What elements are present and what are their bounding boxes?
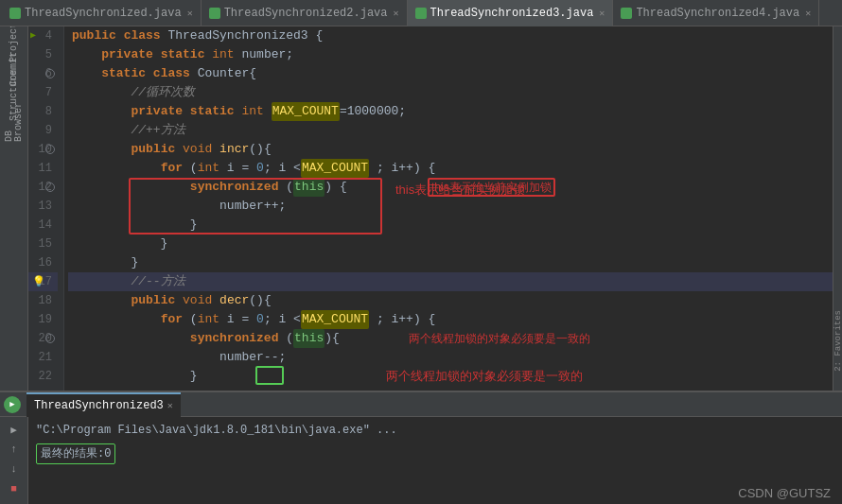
ln-4: ▶ 4	[28, 26, 58, 45]
annotation-box2-text: 两个线程加锁的对象必须要是一致的	[409, 329, 590, 348]
ln-20: 20	[28, 329, 58, 348]
result-line: 最终的结果:0	[36, 443, 702, 464]
code-line-11: for (int i = 0; i <MAX_COUNT ; i++) {	[68, 159, 833, 178]
tab-1-label: ThreadSynchronized.java	[25, 7, 182, 20]
tab-1-close[interactable]: ✕	[187, 8, 193, 19]
code-area[interactable]: public class ThreadSynchronized3 { priva…	[64, 26, 833, 391]
code-line-4: public class ThreadSynchronized3 {	[68, 26, 833, 45]
tab-3-icon	[415, 8, 427, 19]
watermark-area: CSDN @GUTSZ	[710, 417, 842, 504]
tab-4-label: ThreadSynchronized4.java	[636, 7, 799, 20]
ln-10: 10	[28, 140, 58, 159]
main-area: Project Commit Structure DB Browser ▶ 4 …	[0, 26, 842, 391]
tab-bar: ThreadSynchronized.java ✕ ThreadSynchron…	[0, 0, 842, 26]
ln-18: 18	[28, 291, 58, 310]
breakpoint-6	[45, 69, 55, 78]
ln-14: 14	[28, 216, 58, 235]
code-line-17: //--方法	[68, 272, 833, 291]
cmd-line: "C:\Program Files\Java\jdk1.8.0_181\bin\…	[36, 421, 702, 440]
run-tab-close[interactable]: ✕	[167, 400, 173, 411]
breakpoint-20	[45, 334, 55, 343]
warning-icon: 💡	[32, 272, 45, 291]
ln-22: 22	[28, 367, 58, 386]
run-tab-label: ThreadSynchronized3	[34, 399, 164, 412]
ln-13: 13	[28, 197, 58, 216]
ln-5: 5	[28, 45, 58, 64]
bottom-left-icons: ▶ ↑ ↓ ■	[0, 417, 28, 504]
tab-1[interactable]: ThreadSynchronized.java ✕	[2, 0, 202, 26]
code-line-19: for (int i = 0; i <MAX_COUNT ; i++) {	[68, 310, 833, 329]
result-box: 最终的结果:0	[36, 443, 115, 464]
ln-9: 9	[28, 121, 58, 140]
ln-16: 16	[28, 253, 58, 272]
breakpoint-12	[45, 182, 55, 192]
code-line-9: //++方法	[68, 121, 833, 140]
tab-4-icon	[621, 8, 632, 19]
tab-1-icon	[9, 8, 21, 19]
ln-8: 8	[28, 102, 58, 121]
bottom-panel: ▶ ThreadSynchronized3 ✕ ▶ ↑ ↓ ■ "C:\Prog…	[0, 391, 842, 504]
ln-19: 19	[28, 310, 58, 329]
bottom-content: ▶ ↑ ↓ ■ "C:\Program Files\Java\jdk1.8.0_…	[0, 417, 842, 504]
play-icon[interactable]: ▶	[6, 421, 23, 438]
code-line-8: private static int MAX_COUNT=1000000;	[68, 102, 833, 121]
code-line-16: }	[68, 253, 833, 272]
ln-12: 12	[28, 178, 58, 197]
run-arrow: ▶	[30, 26, 36, 45]
code-line-13: number++;	[68, 197, 833, 216]
left-sidebar: Project Commit Structure DB Browser	[0, 26, 28, 391]
code-line-5: private static int number;	[68, 45, 833, 64]
ln-21: 21	[28, 348, 58, 367]
line-numbers: ▶ 4 5 6 7 8 9 10 11 12	[28, 26, 64, 391]
run-tab[interactable]: ThreadSynchronized3 ✕	[26, 392, 181, 417]
tab-3-close[interactable]: ✕	[599, 8, 605, 19]
code-container: ▶ 4 5 6 7 8 9 10 11 12	[28, 26, 833, 391]
tab-3[interactable]: ThreadSynchronized3.java ✕	[408, 0, 614, 26]
ln-11: 11	[28, 159, 58, 178]
sidebar-item-dbbrowser[interactable]: DB Browser	[2, 110, 26, 134]
up-icon[interactable]: ↑	[6, 441, 23, 458]
tab-2-close[interactable]: ✕	[394, 8, 399, 19]
favorites-label[interactable]: 2: Favorites	[833, 310, 843, 372]
down-icon[interactable]: ↓	[6, 461, 23, 478]
tab-4-close[interactable]: ✕	[805, 8, 811, 19]
code-line-6: static class Counter{	[68, 64, 833, 83]
run-output: "C:\Program Files\Java\jdk1.8.0_181\bin\…	[28, 417, 710, 504]
ln-17: 💡 17	[28, 272, 58, 291]
editor-area: ▶ 4 5 6 7 8 9 10 11 12	[28, 26, 833, 391]
code-line-12: synchronized (this) { this表示给当前实例加锁	[68, 178, 833, 197]
code-line-7: //循环次数	[68, 83, 833, 102]
code-line-10: public void incr(){	[68, 140, 833, 159]
code-line-20: synchronized (this){ 两个线程加锁的对象必须要是一致的	[68, 329, 833, 348]
tab-3-label: ThreadSynchronized3.java	[430, 7, 594, 20]
ln-6: 6	[28, 64, 58, 83]
run-triangle: ▶	[9, 399, 14, 409]
ln-7: 7	[28, 83, 58, 102]
result-text: 最终的结果:0	[41, 447, 111, 461]
annotation-box1-text: this表示给当前实例加锁	[431, 178, 552, 197]
tab-2-label: ThreadSynchronized2.java	[224, 7, 388, 20]
tab-4[interactable]: ThreadSynchronized4.java ✕	[613, 0, 819, 26]
code-line-18: public void decr(){	[68, 291, 833, 310]
code-line-21: number--;	[68, 348, 833, 367]
tab-2-icon	[209, 8, 220, 19]
breakpoint-10	[45, 145, 55, 154]
ln-15: 15	[28, 235, 58, 253]
code-line-22: }	[68, 367, 833, 386]
cmd-text: "C:\Program Files\Java\jdk1.8.0_181\bin\…	[36, 424, 397, 437]
watermark: CSDN @GUTSZ	[738, 486, 831, 500]
code-line-14: }	[68, 216, 833, 235]
code-line-15: }	[68, 235, 833, 253]
right-sidebar: 2: Favorites	[833, 26, 842, 391]
tab-2[interactable]: ThreadSynchronized2.java ✕	[202, 0, 408, 26]
run-icon[interactable]: ▶	[4, 396, 21, 413]
stop-icon[interactable]: ■	[6, 480, 23, 497]
bottom-tabs: ▶ ThreadSynchronized3 ✕	[0, 392, 842, 417]
